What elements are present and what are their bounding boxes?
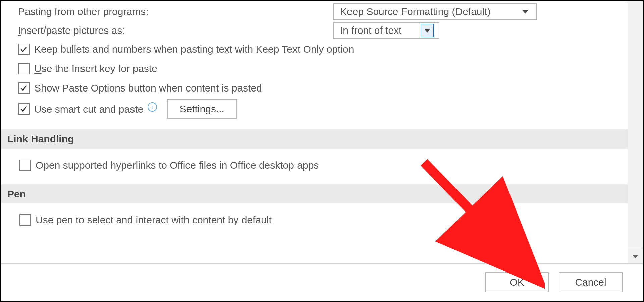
chevron-down-icon <box>632 255 638 258</box>
show-paste-options-checkbox[interactable] <box>18 82 30 94</box>
show-paste-options-label: Show Paste Options button when content i… <box>34 82 262 95</box>
open-hyperlinks-label: Open supported hyperlinks to Office file… <box>36 159 319 172</box>
pasting-other-programs-value: Keep Source Formatting (Default) <box>340 5 491 18</box>
pasting-other-programs-dropdown[interactable]: Keep Source Formatting (Default) <box>333 3 537 20</box>
section-header-link-handling: Link Handling <box>1 129 628 149</box>
use-pen-label: Use pen to select and interact with cont… <box>36 214 272 226</box>
insert-pictures-label: Insert/paste pictures as: <box>18 24 333 37</box>
row-smart-cut-paste: Use smart cut and paste i Settings... <box>18 99 628 119</box>
link-handling-section: Open supported hyperlinks to Office file… <box>18 157 628 174</box>
pen-section: Use pen to select and interact with cont… <box>18 212 628 228</box>
cancel-button[interactable]: Cancel <box>559 272 623 292</box>
check-icon <box>20 84 28 92</box>
keep-bullets-checkbox[interactable] <box>18 44 30 55</box>
check-icon <box>20 105 28 113</box>
smart-cut-paste-settings-button[interactable]: Settings... <box>167 99 237 119</box>
insert-pictures-dropdown[interactable]: In front of text <box>333 22 439 39</box>
chevron-down-icon <box>519 6 531 18</box>
paste-section: Pasting from other programs: Keep Source… <box>1 1 628 228</box>
smart-cut-paste-label: Use smart cut and paste i <box>34 102 157 116</box>
dialog-footer: OK Cancel <box>1 263 643 301</box>
keep-bullets-label: Keep bullets and numbers when pasting te… <box>34 43 354 56</box>
row-use-insert-key: Use the Insert key for paste <box>18 60 628 77</box>
row-show-paste-options: Show Paste Options button when content i… <box>18 80 628 97</box>
options-dialog: Pasting from other programs: Keep Source… <box>0 0 644 302</box>
row-pasting-other-programs: Pasting from other programs: Keep Source… <box>18 3 628 20</box>
pasting-other-programs-label: Pasting from other programs: <box>18 5 333 18</box>
row-open-hyperlinks: Open supported hyperlinks to Office file… <box>19 157 628 174</box>
scroll-down-button[interactable] <box>628 249 643 264</box>
row-use-pen: Use pen to select and interact with cont… <box>19 212 628 228</box>
chevron-down-icon <box>421 24 434 37</box>
use-insert-key-label: Use the Insert key for paste <box>34 62 157 75</box>
row-insert-pictures: Insert/paste pictures as: In front of te… <box>18 22 628 39</box>
insert-pictures-value: In front of text <box>340 24 401 37</box>
use-insert-key-checkbox[interactable] <box>18 63 30 74</box>
use-pen-checkbox[interactable] <box>19 214 31 226</box>
section-header-pen: Pen <box>1 184 628 204</box>
content-area: Pasting from other programs: Keep Source… <box>1 1 628 264</box>
check-icon <box>20 46 28 53</box>
vertical-scrollbar[interactable] <box>628 1 643 264</box>
row-keep-bullets: Keep bullets and numbers when pasting te… <box>18 41 628 58</box>
info-icon: i <box>148 102 157 112</box>
ok-button[interactable]: OK <box>485 272 549 292</box>
smart-cut-paste-checkbox[interactable] <box>18 103 30 115</box>
open-hyperlinks-checkbox[interactable] <box>19 160 31 171</box>
